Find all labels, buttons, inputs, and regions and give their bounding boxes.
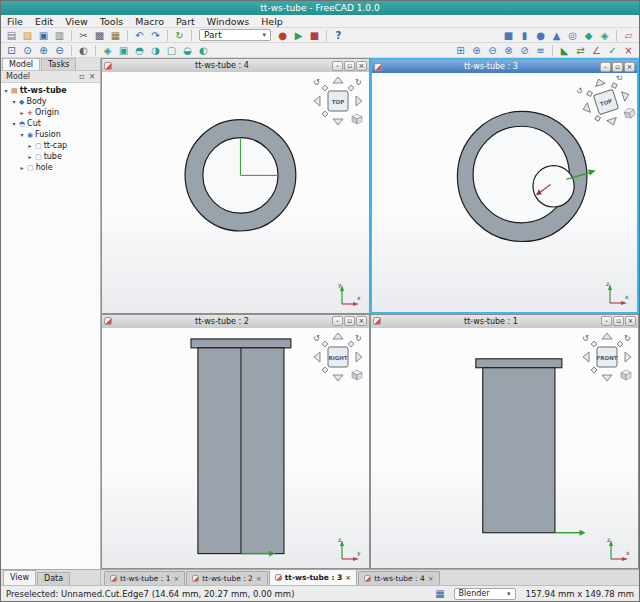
copy-icon[interactable]: ▩	[92, 29, 107, 42]
property-tab[interactable]: View	[3, 570, 36, 585]
expand-arrow-icon[interactable]: ▸	[27, 142, 33, 149]
tree-item[interactable]: ▸ ▢ hole	[1, 162, 100, 173]
macro-stop-icon[interactable]: ■	[307, 29, 322, 42]
undo-icon[interactable]: ↶	[132, 29, 147, 42]
close-button[interactable]: ×	[625, 316, 636, 326]
expand-arrow-icon[interactable]: ▾	[11, 120, 17, 127]
shape-builder-icon[interactable]: ◈	[597, 29, 612, 42]
close-button[interactable]: ×	[356, 316, 367, 326]
tree-item[interactable]: ▾ ◆ Body	[1, 96, 100, 107]
mdi-tab[interactable]: tt-ws-tube : 2 ×	[186, 571, 267, 585]
whats-this-icon[interactable]: ?	[331, 29, 346, 42]
tube-cap-profile[interactable]	[476, 358, 562, 367]
cut-icon[interactable]: ✂	[76, 29, 91, 42]
save-icon[interactable]: ▣	[36, 29, 51, 42]
expand-arrow-icon[interactable]: ▾	[3, 87, 9, 94]
expand-arrow-icon[interactable]: ▸	[27, 153, 33, 160]
dock-close-button[interactable]: ×	[87, 72, 97, 82]
close-icon[interactable]: ×	[173, 575, 179, 583]
macro-play-icon[interactable]: ▶	[291, 29, 306, 42]
navigation-cube[interactable]: ↺ ↻ FRONT	[581, 331, 633, 383]
viewport-titlebar[interactable]: tt-ws-tube : 1 – ▫ ×	[371, 315, 638, 328]
check-geometry-icon[interactable]: ✓	[605, 44, 620, 57]
mirror-icon[interactable]: ⇄	[573, 44, 588, 57]
part-cylinder-icon[interactable]: ▮	[517, 29, 532, 42]
tube-cap-profile[interactable]	[191, 338, 291, 347]
menu-item[interactable]: View	[59, 15, 94, 28]
viewport-titlebar[interactable]: tt-ws-tube : 2 – ▫ ×	[102, 315, 369, 328]
sketch-icon[interactable]: ▱	[621, 29, 636, 42]
menu-item[interactable]: Help	[255, 15, 289, 28]
menu-item[interactable]: Windows	[201, 15, 255, 28]
tree-item[interactable]: ▸ + Origin	[1, 107, 100, 118]
menu-item[interactable]: Edit	[29, 15, 59, 28]
expand-arrow-icon[interactable]: ▸	[19, 109, 25, 116]
navigation-cube[interactable]: ↺ ↻ RIGHT	[312, 331, 364, 383]
close-button[interactable]: ×	[356, 61, 367, 71]
tree-item[interactable]: ▾ ◓ Cut	[1, 118, 100, 129]
rear-view-icon[interactable]: ▢	[164, 44, 179, 57]
viewport-canvas[interactable]: ↺ ↻ TOP	[102, 72, 369, 313]
nav-style-select[interactable]: Blender ▾	[454, 588, 516, 600]
part-cone-icon[interactable]: ▲	[549, 29, 564, 42]
menu-item[interactable]: Macro	[129, 15, 170, 28]
refresh-icon[interactable]: ↻	[172, 29, 187, 42]
macro-record-icon[interactable]: ●	[275, 29, 290, 42]
viewport-canvas[interactable]: ↺ ↻ FRONT	[371, 328, 638, 569]
close-icon[interactable]: ×	[256, 575, 262, 583]
bottom-view-icon[interactable]: ◒	[180, 44, 195, 57]
tree-item[interactable]: ▾ ▤ tt-ws-tube	[1, 85, 100, 96]
cross-sections-icon[interactable]: ≡	[533, 44, 548, 57]
redo-icon[interactable]: ↷	[148, 29, 163, 42]
right-view-icon[interactable]: ◑	[148, 44, 163, 57]
part-torus-icon[interactable]: ◎	[565, 29, 580, 42]
restore-button[interactable]: ▫	[613, 316, 624, 326]
tree-item[interactable]: ▸ ▢ tube	[1, 151, 100, 162]
tree-item[interactable]: ▸ ▢ tt-cap	[1, 140, 100, 151]
expand-arrow-icon[interactable]: ▾	[11, 98, 17, 105]
defeaturing-icon[interactable]: ×	[621, 44, 636, 57]
mdi-tab[interactable]: tt-ws-tube : 1 ×	[104, 571, 185, 585]
sidebar-tab[interactable]: Tasks	[41, 58, 76, 70]
new-file-icon[interactable]: ▤	[4, 29, 19, 42]
side-hole-circle[interactable]	[533, 166, 574, 207]
viewport-titlebar[interactable]: tt-ws-tube : 4 – ▫ ×	[102, 59, 369, 72]
axonometric-view-icon[interactable]: ◈	[100, 44, 115, 57]
close-icon[interactable]: ×	[345, 574, 351, 582]
menu-item[interactable]: Part	[170, 15, 201, 28]
window-titlebar[interactable]: tt-ws-tube - FreeCAD 1.0.0	[1, 1, 639, 15]
part-sphere-icon[interactable]: ●	[533, 29, 548, 42]
minimize-button[interactable]: –	[600, 62, 611, 72]
boolean-union-icon[interactable]: ⊕	[469, 44, 484, 57]
front-view-icon[interactable]: ▣	[116, 44, 131, 57]
fit-all-icon[interactable]: ⊡	[4, 44, 19, 57]
print-icon[interactable]: ▥	[52, 29, 67, 42]
restore-button[interactable]: ▫	[612, 62, 623, 72]
expand-arrow-icon[interactable]: ▾	[19, 131, 25, 138]
zoom-in-icon[interactable]: ⊕	[36, 44, 51, 57]
sidebar-tab[interactable]: Model	[2, 58, 40, 70]
expand-arrow-icon[interactable]: ▸	[19, 164, 25, 171]
restore-button[interactable]: ▫	[344, 61, 355, 71]
open-file-icon[interactable]: ▨	[20, 29, 35, 42]
viewport-canvas[interactable]: ↺ ↻ RIGHT	[102, 328, 369, 569]
measure-icon[interactable]: ∠	[589, 44, 604, 57]
minimize-button[interactable]: –	[332, 61, 343, 71]
dock-float-button[interactable]: ▫	[77, 72, 87, 82]
restore-button[interactable]: ▫	[344, 316, 355, 326]
paste-icon[interactable]: ▦	[108, 29, 123, 42]
close-icon[interactable]: ×	[428, 575, 434, 583]
menu-item[interactable]: Tools	[94, 15, 129, 28]
zoom-out-icon[interactable]: ⊖	[52, 44, 67, 57]
compound-icon[interactable]: ⊞	[453, 44, 468, 57]
property-tab[interactable]: Data	[37, 572, 70, 585]
menu-item[interactable]: File	[1, 15, 29, 28]
top-view-icon[interactable]: ◓	[132, 44, 147, 57]
fit-selection-icon[interactable]: ⊙	[20, 44, 35, 57]
close-button[interactable]: ×	[624, 62, 635, 72]
nav-style-icon[interactable]: ▦	[433, 587, 448, 600]
left-view-icon[interactable]: ◐	[196, 44, 211, 57]
mdi-tab[interactable]: tt-ws-tube : 4 ×	[358, 571, 439, 585]
boolean-cut-icon[interactable]: ⊖	[485, 44, 500, 57]
workbench-selector[interactable]: Part ▾	[199, 29, 271, 41]
